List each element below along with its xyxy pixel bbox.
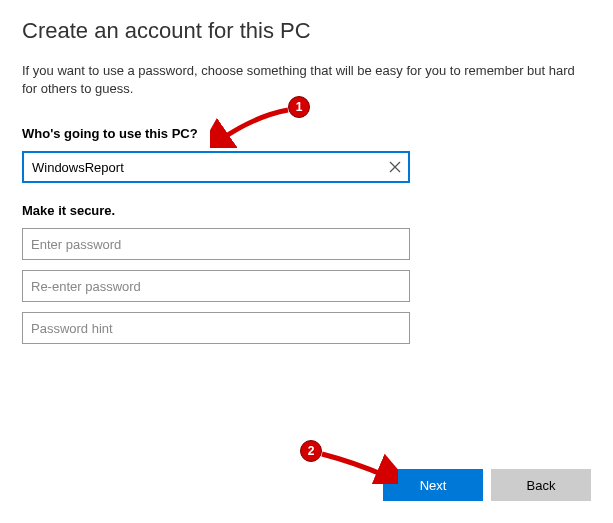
back-button[interactable]: Back [491, 469, 591, 501]
username-label: Who's going to use this PC? [22, 126, 591, 141]
username-input-wrap [22, 151, 410, 183]
password-input[interactable] [22, 228, 410, 260]
page-subtitle: If you want to use a password, choose so… [22, 62, 582, 98]
annotation-badge-1: 1 [288, 96, 310, 118]
annotation-badge-2: 2 [300, 440, 322, 462]
reenter-password-input[interactable] [22, 270, 410, 302]
username-input[interactable] [22, 151, 410, 183]
next-button[interactable]: Next [383, 469, 483, 501]
clear-icon[interactable] [386, 158, 404, 176]
page-title: Create an account for this PC [22, 18, 591, 44]
secure-label: Make it secure. [22, 203, 591, 218]
password-hint-input[interactable] [22, 312, 410, 344]
button-row: Next Back [383, 469, 591, 501]
